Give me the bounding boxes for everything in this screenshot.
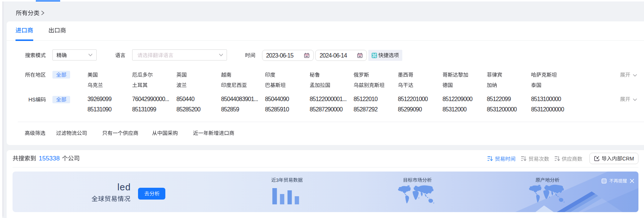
svg-text:39269099: 39269099 bbox=[87, 96, 112, 102]
svg-text:85287290000: 85287290000 bbox=[310, 106, 343, 112]
svg-text:85299090: 85299090 bbox=[398, 106, 422, 112]
svg-text:850440: 850440 bbox=[176, 96, 194, 102]
svg-text:CRM: CRM bbox=[622, 156, 634, 162]
svg-text:85122099: 85122099 bbox=[487, 96, 511, 102]
svg-text:852859: 852859 bbox=[221, 106, 239, 112]
svg-text:85312000000: 85312000000 bbox=[531, 106, 564, 112]
svg-text:8512201000: 8512201000 bbox=[398, 96, 428, 102]
svg-text:85122010: 85122010 bbox=[354, 96, 378, 102]
svg-text:8531200000: 8531200000 bbox=[487, 106, 517, 112]
svg-text:3: 3 bbox=[276, 177, 279, 183]
svg-text:8513100000: 8513100000 bbox=[531, 96, 561, 102]
svg-text:85044083901...: 85044083901... bbox=[221, 96, 258, 102]
svg-text:2023-06-15: 2023-06-15 bbox=[266, 52, 294, 59]
svg-text:85122000001...: 85122000001... bbox=[310, 96, 347, 102]
svg-text:85285200: 85285200 bbox=[176, 106, 201, 112]
svg-text:85312000: 85312000 bbox=[442, 106, 467, 112]
svg-text:led: led bbox=[117, 182, 131, 192]
svg-text:2024-06-14: 2024-06-14 bbox=[320, 52, 347, 59]
svg-text:85287292: 85287292 bbox=[354, 106, 378, 112]
svg-text:HS: HS bbox=[28, 97, 35, 103]
svg-text:155338: 155338 bbox=[38, 155, 59, 162]
svg-text:85131090: 85131090 bbox=[87, 106, 112, 112]
svg-text:85285910: 85285910 bbox=[265, 106, 289, 112]
svg-text:85131099: 85131099 bbox=[132, 106, 156, 112]
svg-text:76042990000...: 76042990000... bbox=[132, 96, 169, 102]
svg-text:8512209000: 8512209000 bbox=[442, 96, 473, 102]
svg-text:85044090: 85044090 bbox=[265, 96, 289, 102]
